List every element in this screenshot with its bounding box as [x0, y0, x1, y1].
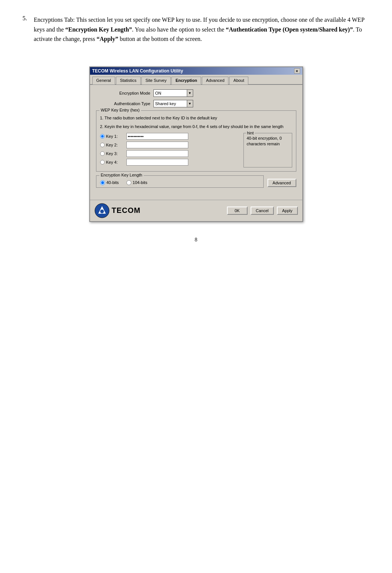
tab-advanced[interactable]: Advanced [202, 77, 228, 84]
bold-encryption-key: “Encryption Key Length” [65, 26, 132, 33]
encryption-key-length-group: Encryption Key Length 40-bits 104-bits [96, 175, 264, 188]
cancel-button[interactable]: Cancel [251, 207, 274, 215]
auth-type-dropdown-arrow[interactable]: ▼ [187, 100, 193, 107]
list-number: 5. [23, 15, 30, 55]
text-mid1: . You also have the option to select the [132, 26, 226, 33]
encryption-mode-row: Encryption Mode ON ▼ [96, 89, 296, 97]
key2-label: Key 2: [106, 143, 118, 147]
auth-type-select-wrapper: Shared key ▼ [153, 100, 193, 107]
auth-type-value[interactable]: Shared key [153, 100, 187, 107]
tab-bar: General Statistics Site Survey Encryptio… [90, 75, 302, 85]
svg-point-1 [100, 210, 104, 213]
key4-radio-label[interactable]: Key 4: [100, 160, 126, 164]
40bit-option[interactable]: 40-bits [100, 180, 119, 185]
encryption-mode-dropdown-arrow[interactable]: ▼ [187, 89, 193, 97]
key-area: Key 1: Key 2: [100, 133, 292, 167]
wep-group-title: WEP Key Entry (hex) [99, 108, 141, 112]
key2-radio[interactable] [100, 143, 105, 147]
close-button[interactable]: × [294, 68, 300, 74]
key1-label: Key 1: [106, 134, 118, 139]
advanced-button[interactable]: Advanced [267, 179, 296, 187]
tecom-logo: TECOM [95, 203, 227, 218]
hint-text: 40-bit encryption, 0 characters remain [247, 136, 282, 146]
key3-radio-label[interactable]: Key 3: [100, 151, 126, 156]
key4-radio[interactable] [100, 160, 105, 164]
key3-row: Key 3: [100, 150, 240, 157]
encryption-mode-value[interactable]: ON [153, 89, 187, 97]
tab-about[interactable]: About [229, 77, 248, 84]
list-item-5: 5. Encryptions Tab: This section let you… [23, 15, 369, 55]
dialog-window: TECOM Wireless LAN Configuration Utility… [89, 66, 303, 222]
instruction-2: 2. Keyin the key in hexadecimal value, r… [100, 124, 292, 130]
ok-button[interactable]: 0K [227, 207, 248, 215]
bold-apply: “Apply” [96, 36, 118, 42]
40bit-label: 40-bits [107, 180, 119, 185]
encryption-mode-label: Encryption Mode [96, 91, 150, 95]
104bit-option[interactable]: 104-bits [126, 180, 147, 185]
key3-label: Key 3: [106, 151, 118, 156]
key1-row: Key 1: [100, 133, 240, 140]
ek-options: 40-bits 104-bits [100, 178, 147, 185]
dialog-container: TECOM Wireless LAN Configuration Utility… [23, 66, 369, 222]
text-end: button at the bottom of the screen. [118, 36, 202, 42]
key2-row: Key 2: [100, 142, 240, 148]
dialog-titlebar: TECOM Wireless LAN Configuration Utility… [90, 67, 302, 75]
bold-auth-type: “Authentication Type (Open system/Shared… [226, 26, 353, 33]
104bit-label: 104-bits [133, 180, 147, 185]
104bit-radio[interactable] [126, 180, 131, 185]
key3-radio[interactable] [100, 151, 105, 156]
key1-radio-label[interactable]: Key 1: [100, 134, 126, 139]
key-inputs: Key 1: Key 2: [100, 133, 240, 167]
page-number: 8 [23, 237, 369, 243]
paragraph-text: Encryptions Tab: This section let you se… [34, 15, 369, 44]
tab-site-survey[interactable]: Site Survey [141, 77, 171, 84]
tab-general[interactable]: General [92, 77, 115, 84]
key2-input[interactable] [126, 142, 188, 148]
tecom-brand-text: TECOM [112, 206, 141, 215]
apply-button[interactable]: Apply [277, 207, 298, 215]
tab-encryption[interactable]: Encryption [171, 77, 201, 84]
dialog-title: TECOM Wireless LAN Configuration Utility [92, 68, 183, 74]
footer-buttons: 0K Cancel Apply [227, 207, 298, 215]
instruction-1: 1. The radio button selected next to the… [100, 115, 292, 121]
hint-title: hint [246, 130, 255, 136]
key3-input[interactable] [126, 150, 188, 157]
hint-box: hint 40-bit encryption, 0 characters rem… [243, 133, 292, 167]
key1-input[interactable] [126, 133, 188, 140]
key2-radio-label[interactable]: Key 2: [100, 143, 126, 147]
encryption-mode-select-wrapper: ON ▼ [153, 89, 193, 97]
key4-label: Key 4: [106, 160, 118, 164]
tab-statistics[interactable]: Statistics [116, 77, 141, 84]
dialog-footer: TECOM 0K Cancel Apply [90, 200, 302, 221]
40bit-radio[interactable] [100, 180, 105, 185]
wep-key-group: WEP Key Entry (hex) 1. The radio button … [96, 110, 296, 172]
ek-group-title: Encryption Key Length [99, 173, 144, 177]
key4-row: Key 4: [100, 159, 240, 166]
key4-input[interactable] [126, 159, 188, 166]
tecom-logo-icon [95, 203, 110, 218]
auth-type-row: Authentication Type Shared key ▼ [96, 100, 296, 107]
advanced-btn-area: Advanced [267, 175, 296, 188]
dialog-body: Encryption Mode ON ▼ Authentication Type… [90, 85, 302, 200]
wep-group-content: 1. The radio button selected next to the… [100, 115, 292, 167]
auth-type-label: Authentication Type [96, 101, 150, 106]
key1-radio[interactable] [100, 134, 105, 139]
